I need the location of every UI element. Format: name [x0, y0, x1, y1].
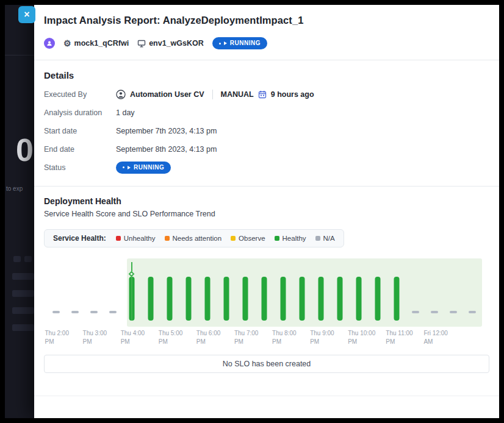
deployment-health-subtitle: Service Health Score and SLO Performance… — [44, 210, 489, 218]
legend-swatch-icon — [275, 236, 279, 241]
legend-swatch-icon — [165, 236, 170, 241]
legend-item: Observe — [231, 235, 265, 242]
service-health-legend: Service Health: UnhealthyNeeds attention… — [44, 229, 344, 247]
start-date-value: September 7th 2023, 4:13 pm — [116, 127, 217, 135]
legend-item-label: Unhealthy — [124, 235, 156, 242]
health-score-bar[interactable] — [242, 277, 248, 321]
executed-by-user: Automation User CV — [130, 90, 204, 99]
trigger-type: MANUAL — [221, 90, 254, 99]
status-running-icon — [224, 41, 227, 45]
na-dash — [90, 311, 98, 313]
na-dash — [431, 311, 438, 313]
health-score-bar[interactable] — [167, 277, 172, 321]
gear-icon: ⚙ — [63, 39, 71, 48]
health-score-bar[interactable] — [185, 277, 191, 321]
status-badge: RUNNING — [212, 37, 267, 49]
executed-time: 9 hours ago — [271, 90, 314, 99]
legend-item: Unhealthy — [116, 235, 156, 242]
health-score-bar[interactable] — [204, 277, 210, 321]
background-row — [12, 290, 34, 297]
background-row — [12, 307, 34, 314]
environment-icon — [137, 40, 146, 48]
background-icon — [24, 256, 32, 262]
close-icon: × — [24, 9, 29, 20]
report-meta-row: ⚙ mock1_qCRfwi env1_wGsKOR RUNNING — [44, 37, 489, 49]
close-button[interactable]: × — [18, 6, 35, 23]
x-tick-label: Thu 5:00PM — [159, 329, 182, 346]
health-score-bar[interactable] — [319, 277, 324, 321]
health-score-bar[interactable] — [356, 277, 362, 321]
detail-row-executed-by: Executed By Automation User CV MANUAL — [44, 88, 489, 101]
detail-row-analysis-duration: Analysis duration 1 day — [44, 106, 489, 119]
detail-label: Status — [44, 163, 116, 172]
calendar-icon — [258, 90, 267, 99]
detail-label: Executed By — [44, 90, 116, 99]
deployment-health-heading: Deployment Health — [44, 196, 489, 206]
x-tick-label: Thu 7:00PM — [234, 329, 258, 346]
legend-item-label: Observe — [239, 235, 265, 242]
na-dash — [71, 311, 79, 313]
health-score-bar[interactable] — [262, 277, 267, 321]
status-badge-label: RUNNING — [230, 40, 261, 47]
x-tick-label: Thu 10:00PM — [348, 329, 375, 346]
legend-item: Needs attention — [165, 235, 222, 242]
x-tick-label: Thu 8:00PM — [272, 329, 296, 346]
x-tick-label: Fri 12:00AM — [423, 329, 447, 346]
na-dash — [469, 311, 476, 313]
x-tick-label: Thu 4:00PM — [121, 329, 145, 346]
legend-items: UnhealthyNeeds attentionObserveHealthyN/… — [116, 235, 335, 242]
detail-row-end-date: End date September 8th 2023, 4:13 pm — [44, 143, 489, 155]
x-tick-label: Thu 9:00PM — [310, 329, 334, 346]
x-tick-label: Thu 6:00PM — [196, 329, 220, 346]
status-running-icon — [128, 166, 131, 169]
legend-item: N/A — [315, 235, 335, 242]
vertical-divider — [212, 90, 213, 99]
detail-label: End date — [44, 145, 116, 154]
status-dot-icon — [123, 166, 124, 168]
x-axis: Thu 2:00PMThu 3:00PMThu 4:00PMThu 5:00PM… — [46, 329, 482, 350]
health-score-bar[interactable] — [375, 277, 381, 321]
background-metric-value: 0 — [16, 132, 33, 168]
status-badge-label: RUNNING — [134, 164, 164, 171]
health-score-bar[interactable] — [394, 277, 400, 321]
details-table: Executed By Automation User CV MANUAL — [44, 88, 489, 174]
background-text-fragment: to exp — [6, 185, 23, 192]
impact-analysis-modal: Impact Analysis Report: AnalyzeDeploymen… — [34, 5, 499, 418]
na-dash — [52, 311, 60, 313]
background-row — [12, 324, 34, 331]
status-dot-icon — [219, 43, 221, 44]
report-avatar-icon — [44, 38, 55, 49]
health-score-bar[interactable] — [281, 277, 286, 321]
legend-swatch-icon — [116, 236, 121, 241]
legend-item-label: Healthy — [283, 235, 306, 242]
environment-chip[interactable]: env1_wGsKOR — [137, 39, 204, 48]
user-icon — [116, 90, 126, 99]
header-divider — [34, 60, 499, 60]
health-trend-chart: Thu 2:00PMThu 3:00PMThu 4:00PMThu 5:00PM… — [46, 258, 482, 350]
service-chip[interactable]: ⚙ mock1_qCRfwi — [63, 39, 129, 48]
health-score-bar[interactable] — [223, 277, 229, 321]
na-dash — [412, 311, 419, 313]
health-trend-plot — [46, 258, 482, 327]
environment-name: env1_wGsKOR — [149, 39, 204, 48]
end-date-value: September 8th 2023, 4:13 pm — [116, 145, 217, 154]
background-divider — [5, 55, 37, 55]
person-glyph-icon — [46, 40, 52, 46]
health-score-bar[interactable] — [300, 277, 305, 321]
detail-label: Start date — [44, 127, 116, 135]
x-tick-label: Thu 2:00PM — [45, 329, 69, 346]
details-heading: Details — [44, 70, 489, 80]
section-divider — [34, 186, 499, 187]
legend-item-label: N/A — [323, 235, 335, 242]
analysis-duration-value: 1 day — [116, 108, 135, 117]
detail-row-start-date: Start date September 7th 2023, 4:13 pm — [44, 124, 489, 137]
detail-label: Analysis duration — [44, 108, 116, 117]
legend-swatch-icon — [231, 236, 236, 241]
health-score-bar[interactable] — [337, 277, 343, 321]
x-tick-label: Thu 11:00PM — [386, 329, 412, 346]
slo-empty-state: No SLO has been created — [44, 355, 489, 373]
health-score-bar[interactable] — [148, 277, 153, 321]
na-dash — [450, 311, 457, 313]
background-row — [12, 273, 34, 280]
x-tick-label: Thu 3:00PM — [83, 329, 107, 346]
